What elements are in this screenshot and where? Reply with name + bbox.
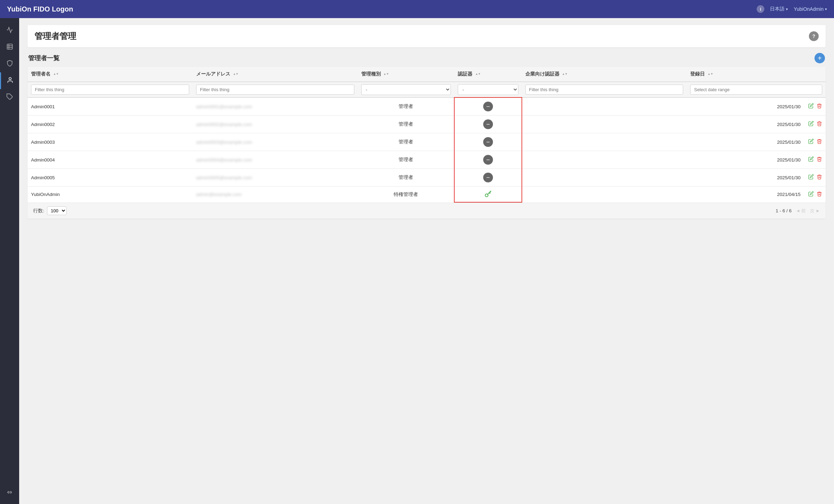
delete-button[interactable] bbox=[817, 103, 822, 110]
edit-button[interactable] bbox=[808, 174, 814, 181]
minus-icon[interactable]: − bbox=[483, 102, 493, 111]
prev-page-btn[interactable]: ◄ 前 bbox=[796, 208, 806, 214]
cell-corp-auth bbox=[522, 151, 687, 169]
sidebar-collapse-btn[interactable]: ⇔ bbox=[0, 484, 19, 501]
sort-auth-icon[interactable]: ▲▼ bbox=[475, 73, 481, 76]
col-corp-auth: 企業向け認証器 ▲▼ bbox=[522, 67, 687, 82]
table-row: Admin0003admin0003@example.com管理者−2025/0… bbox=[28, 133, 826, 151]
sort-corp-auth-icon[interactable]: ▲▼ bbox=[562, 73, 567, 76]
table-row: Admin0004admin0004@example.com管理者−2025/0… bbox=[28, 151, 826, 169]
col-reg-date: 登録日 ▲▼ bbox=[687, 67, 805, 82]
add-admin-button[interactable]: + bbox=[814, 53, 825, 63]
section-header: 管理者一覧 + bbox=[28, 53, 826, 63]
col-name: 管理者名 ▲▼ bbox=[28, 67, 193, 82]
shield-icon bbox=[6, 60, 13, 69]
brand-title: YubiOn FIDO Logon bbox=[7, 5, 757, 13]
col-email: メールアドレス ▲▼ bbox=[193, 67, 358, 82]
filter-name-cell bbox=[28, 82, 193, 97]
key-icon[interactable] bbox=[458, 190, 518, 198]
top-nav: YubiOn FIDO Logon i 日本語 YubiOnAdmin bbox=[0, 0, 834, 18]
pagination-info: 1 - 6 / 6 bbox=[775, 208, 791, 213]
sort-name-icon[interactable]: ▲▼ bbox=[53, 73, 59, 76]
cell-auth: − bbox=[454, 97, 522, 116]
info-icon[interactable]: i bbox=[757, 5, 764, 13]
admin-table-card: 管理者名 ▲▼ メールアドレス ▲▼ 管理種別 ▲▼ 認証器 bbox=[28, 67, 826, 219]
sidebar: ⇔ bbox=[0, 18, 19, 504]
help-icon[interactable]: ? bbox=[809, 31, 819, 41]
layout: ⇔ 管理者管理 ? 管理者一覧 + 管理者名 ▲▼ bbox=[0, 18, 834, 504]
sort-email-icon[interactable]: ▲▼ bbox=[233, 73, 239, 76]
language-selector[interactable]: 日本語 bbox=[770, 6, 788, 12]
minus-icon[interactable]: − bbox=[483, 119, 493, 129]
sidebar-item-report[interactable] bbox=[0, 39, 19, 56]
tag-icon bbox=[6, 93, 13, 102]
cell-corp-auth bbox=[522, 97, 687, 116]
admin-table: 管理者名 ▲▼ メールアドレス ▲▼ 管理種別 ▲▼ 認証器 bbox=[28, 67, 826, 203]
cell-reg-date: 2025/01/30 bbox=[687, 151, 805, 169]
edit-button[interactable] bbox=[808, 121, 814, 128]
section-title: 管理者一覧 bbox=[28, 54, 60, 62]
cell-email: admin0004@example.com bbox=[193, 151, 358, 169]
delete-button[interactable] bbox=[817, 139, 822, 145]
table-row: Admin0002admin0002@example.com管理者−2025/0… bbox=[28, 116, 826, 133]
minus-icon[interactable]: − bbox=[483, 155, 493, 165]
sidebar-item-security[interactable] bbox=[0, 56, 19, 72]
cell-actions bbox=[805, 187, 826, 203]
delete-button[interactable] bbox=[817, 121, 822, 128]
cell-actions bbox=[805, 116, 826, 133]
table-row: Admin0005admin0005@example.com管理者−2025/0… bbox=[28, 169, 826, 187]
cell-email: admin0001@example.com bbox=[193, 97, 358, 116]
cell-corp-auth bbox=[522, 169, 687, 187]
delete-button[interactable] bbox=[817, 174, 822, 181]
cell-name: YubiOnAdmin bbox=[28, 187, 193, 203]
minus-icon[interactable]: − bbox=[483, 137, 493, 147]
filter-email-cell bbox=[193, 82, 358, 97]
delete-button[interactable] bbox=[817, 156, 822, 163]
cell-corp-auth bbox=[522, 116, 687, 133]
edit-button[interactable] bbox=[808, 191, 814, 198]
minus-icon[interactable]: − bbox=[483, 173, 493, 182]
filter-type-select[interactable]: - 管理者 特権管理者 bbox=[361, 84, 451, 95]
main-content: 管理者管理 ? 管理者一覧 + 管理者名 ▲▼ メールアドレス bbox=[19, 18, 834, 504]
delete-button[interactable] bbox=[817, 191, 822, 198]
cell-reg-date: 2025/01/30 bbox=[687, 97, 805, 116]
filter-auth-cell: - あり なし bbox=[454, 82, 522, 97]
nav-right: i 日本語 YubiOnAdmin bbox=[757, 5, 827, 13]
col-auth: 認証器 ▲▼ bbox=[454, 67, 522, 82]
col-actions bbox=[805, 67, 826, 82]
edit-button[interactable] bbox=[808, 139, 814, 145]
cell-actions bbox=[805, 169, 826, 187]
sort-date-icon[interactable]: ▲▼ bbox=[708, 73, 713, 76]
cell-type: 管理者 bbox=[358, 116, 455, 133]
user-menu[interactable]: YubiOnAdmin bbox=[794, 6, 827, 12]
cell-email: admin0003@example.com bbox=[193, 133, 358, 151]
filter-row: - 管理者 特権管理者 - あり なし bbox=[28, 82, 826, 97]
edit-button[interactable] bbox=[808, 103, 814, 110]
table-row: Admin0001admin0001@example.com管理者−2025/0… bbox=[28, 97, 826, 116]
cell-type: 管理者 bbox=[358, 97, 455, 116]
sort-type-icon[interactable]: ▲▼ bbox=[384, 73, 389, 76]
table-footer: 行数: 100 50 25 1 - 6 / 6 ◄ 前 次 ► bbox=[28, 203, 826, 219]
table-row: YubiOnAdminadmin@example.com特権管理者 2021/0… bbox=[28, 187, 826, 203]
sidebar-item-chart[interactable] bbox=[0, 22, 19, 39]
filter-name-input[interactable] bbox=[31, 85, 189, 95]
filter-email-input[interactable] bbox=[196, 85, 354, 95]
filter-date-input[interactable] bbox=[690, 85, 822, 95]
next-page-btn[interactable]: 次 ► bbox=[810, 208, 820, 214]
edit-button[interactable] bbox=[808, 156, 814, 163]
rows-per-page: 行数: 100 50 25 bbox=[33, 206, 67, 215]
filter-corp-auth-input[interactable] bbox=[525, 85, 684, 95]
rows-label: 行数: bbox=[33, 208, 44, 214]
cell-actions bbox=[805, 133, 826, 151]
filter-type-cell: - 管理者 特権管理者 bbox=[358, 82, 455, 97]
cell-auth: − bbox=[454, 169, 522, 187]
cell-auth bbox=[454, 187, 522, 203]
sidebar-item-tag[interactable] bbox=[0, 89, 19, 106]
svg-point-4 bbox=[9, 77, 11, 80]
sidebar-item-admin[interactable] bbox=[0, 72, 19, 89]
rows-select[interactable]: 100 50 25 bbox=[47, 206, 67, 215]
sidebar-bottom: ⇔ bbox=[0, 484, 19, 504]
cell-reg-date: 2025/01/30 bbox=[687, 116, 805, 133]
filter-auth-select[interactable]: - あり なし bbox=[458, 84, 518, 95]
cell-email: admin@example.com bbox=[193, 187, 358, 203]
